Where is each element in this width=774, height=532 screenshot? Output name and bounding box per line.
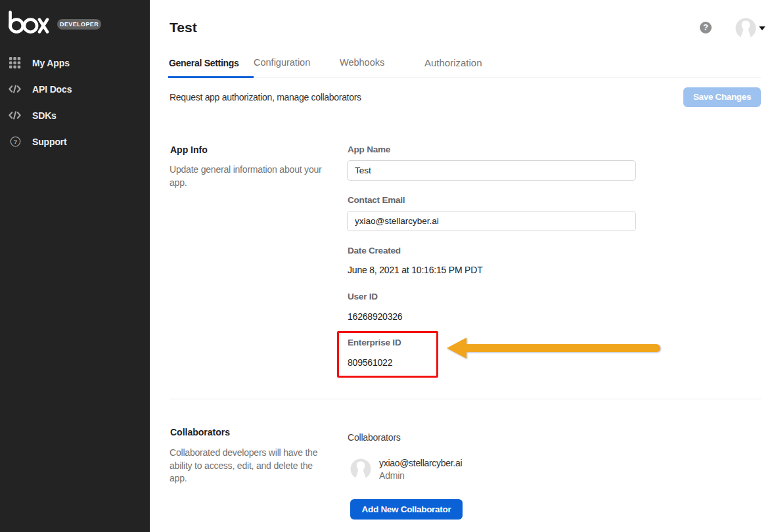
svg-text:?: ? xyxy=(14,138,18,145)
